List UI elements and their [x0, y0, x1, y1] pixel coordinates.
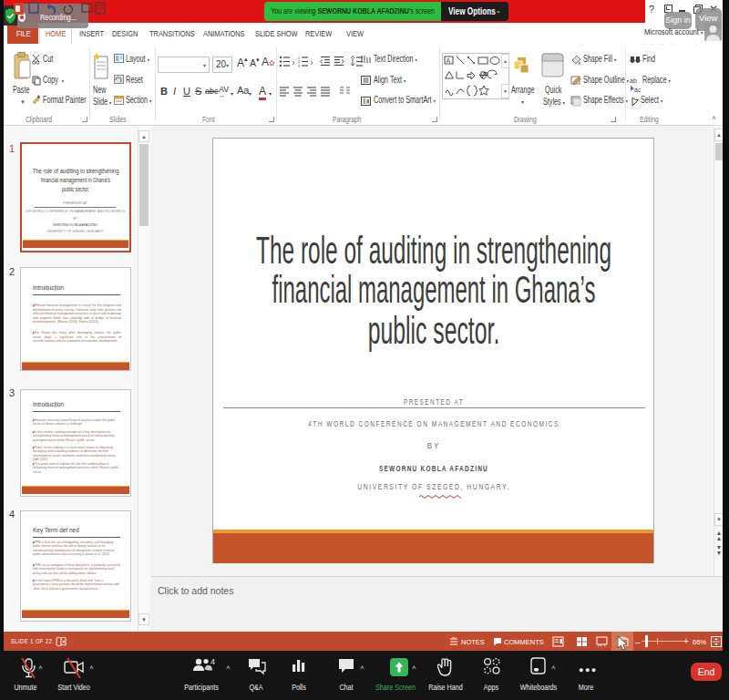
svg-text:3: 3 — [298, 64, 301, 68]
svg-text:4: 4 — [210, 657, 215, 666]
svg-text:ab: ab — [630, 77, 637, 84]
svg-text:ac: ac — [634, 87, 641, 93]
svg-text:A: A — [447, 57, 451, 64]
